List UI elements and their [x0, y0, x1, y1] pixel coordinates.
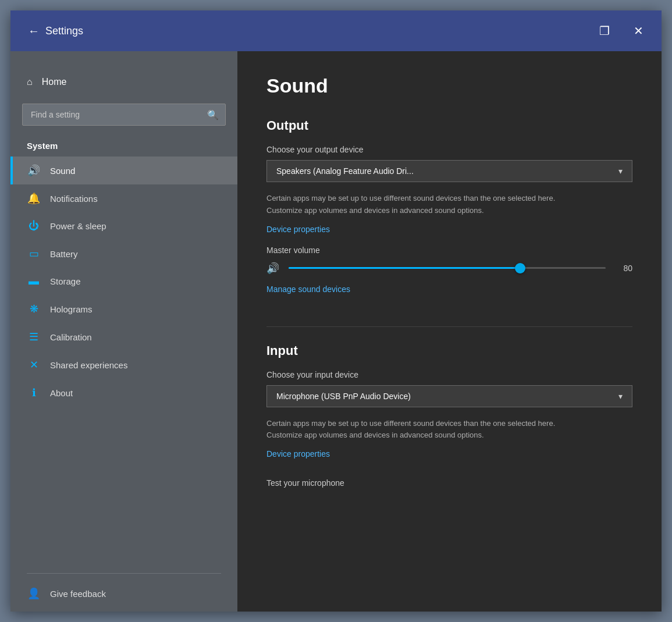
- page-title: Sound: [266, 74, 632, 97]
- calibration-icon: ☰: [27, 330, 41, 343]
- sidebar-divider: [27, 573, 221, 574]
- sidebar-item-about[interactable]: ℹ About: [10, 379, 237, 407]
- search-container: 🔍: [22, 104, 226, 126]
- output-device-value: Speakers (Analog Feature Audio Dri...: [276, 166, 414, 176]
- window-controls: ❐ ✕: [593, 19, 650, 42]
- volume-label: Master volume: [266, 246, 632, 255]
- sidebar-item-notifications[interactable]: 🔔 Notifications: [10, 184, 237, 212]
- calibration-label: Calibration: [50, 332, 92, 342]
- notifications-icon: 🔔: [27, 192, 41, 205]
- output-section: Output Choose your output device Speaker…: [266, 118, 632, 305]
- about-icon: ℹ: [27, 386, 41, 399]
- input-dropdown-arrow-icon: ▾: [618, 392, 623, 401]
- storage-icon: ▬: [27, 275, 41, 287]
- battery-icon: ▭: [27, 247, 41, 260]
- sidebar-item-calibration[interactable]: ☰ Calibration: [10, 323, 237, 351]
- output-section-title: Output: [266, 118, 632, 133]
- search-icon: 🔍: [207, 109, 219, 120]
- content-divider: [266, 326, 632, 327]
- dropdown-arrow-icon: ▾: [618, 166, 623, 176]
- sidebar-item-home[interactable]: ⌂ Home: [10, 69, 237, 95]
- sidebar-item-sound[interactable]: 🔊 Sound: [10, 157, 237, 184]
- home-label: Home: [42, 77, 67, 87]
- power-icon: ⏻: [27, 220, 41, 232]
- test-mic-label: Test your microphone: [266, 478, 632, 488]
- volume-value: 80: [615, 264, 632, 273]
- output-device-dropdown[interactable]: Speakers (Analog Feature Audio Dri... ▾: [266, 160, 632, 182]
- slider-track: [289, 267, 606, 269]
- notifications-label: Notifications: [50, 194, 98, 204]
- output-device-label: Choose your output device: [266, 145, 632, 154]
- holograms-icon: ❋: [27, 303, 41, 315]
- volume-row: 🔊 80: [266, 262, 632, 275]
- sidebar-item-power[interactable]: ⏻ Power & sleep: [10, 212, 237, 240]
- home-icon: ⌂: [27, 77, 33, 87]
- sound-label: Sound: [50, 166, 75, 176]
- back-button[interactable]: ←: [22, 19, 45, 42]
- system-section-label: System: [10, 136, 237, 157]
- input-section-title: Input: [266, 343, 632, 358]
- shared-label: Shared experiences: [50, 360, 127, 370]
- slider-thumb[interactable]: [515, 263, 525, 273]
- volume-icon: 🔊: [266, 262, 279, 275]
- input-device-properties-link[interactable]: Device properties: [266, 449, 330, 458]
- main-content: ⌂ Home 🔍 System 🔊 Sound 🔔 Notifications …: [10, 51, 662, 612]
- search-input[interactable]: [22, 104, 226, 126]
- battery-label: Battery: [50, 249, 78, 259]
- sidebar-item-holograms[interactable]: ❋ Holograms: [10, 295, 237, 323]
- sidebar-item-battery[interactable]: ▭ Battery: [10, 240, 237, 268]
- manage-sound-devices-link[interactable]: Manage sound devices: [266, 285, 350, 294]
- feedback-icon: 👤: [27, 587, 41, 600]
- input-section: Input Choose your input device Microphon…: [266, 343, 632, 488]
- volume-slider[interactable]: [289, 262, 606, 274]
- input-helper-text: Certain apps may be set up to use differ…: [266, 418, 592, 442]
- feedback-label: Give feedback: [50, 589, 106, 599]
- sidebar-item-storage[interactable]: ▬ Storage: [10, 268, 237, 295]
- input-device-label: Choose your input device: [266, 370, 632, 379]
- close-button[interactable]: ✕: [627, 19, 650, 42]
- feedback-item[interactable]: 👤 Give feedback: [10, 580, 237, 612]
- power-label: Power & sleep: [50, 221, 106, 231]
- output-device-properties-link[interactable]: Device properties: [266, 225, 330, 234]
- about-label: About: [50, 388, 73, 398]
- storage-label: Storage: [50, 276, 81, 286]
- content-area: Sound Output Choose your output device S…: [237, 51, 662, 612]
- sidebar-item-shared[interactable]: ✕ Shared experiences: [10, 351, 237, 379]
- input-device-value: Microphone (USB PnP Audio Device): [276, 392, 411, 401]
- shared-icon: ✕: [27, 358, 41, 371]
- window-title: Settings: [45, 25, 593, 37]
- title-bar: ← Settings ❐ ✕: [10, 10, 662, 51]
- slider-fill: [289, 267, 520, 269]
- restore-button[interactable]: ❐: [593, 19, 616, 42]
- sidebar: ⌂ Home 🔍 System 🔊 Sound 🔔 Notifications …: [10, 51, 237, 612]
- input-device-dropdown[interactable]: Microphone (USB PnP Audio Device) ▾: [266, 385, 632, 407]
- output-helper-text: Certain apps may be set up to use differ…: [266, 193, 592, 217]
- holograms-label: Holograms: [50, 304, 93, 314]
- sound-icon: 🔊: [27, 164, 41, 177]
